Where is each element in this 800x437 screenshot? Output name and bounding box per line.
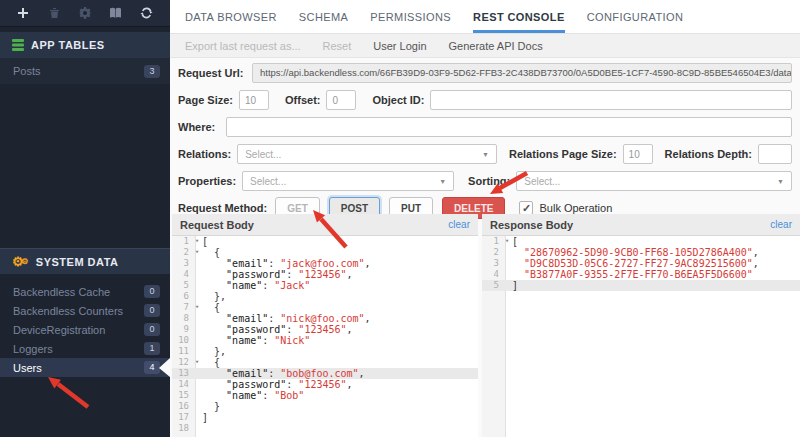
chevron-down-icon: ▼ bbox=[439, 178, 446, 185]
gear-icon[interactable] bbox=[78, 6, 92, 20]
system-data-title: SYSTEM DATA bbox=[36, 256, 119, 268]
code-line[interactable]: 3 "D9C8D53D-05C6-2727-FF27-9AC892515600"… bbox=[482, 258, 800, 269]
action-toolbar: Export last request as...ResetUser Login… bbox=[170, 34, 800, 58]
tab-rest-console[interactable]: REST CONSOLE bbox=[473, 0, 565, 33]
trash-icon[interactable] bbox=[47, 6, 61, 20]
offset-input[interactable] bbox=[326, 90, 356, 110]
tab-bar: DATA BROWSERSCHEMAPERMISSIONSREST CONSOL… bbox=[170, 0, 800, 34]
code-line[interactable]: 2▾ { bbox=[172, 247, 478, 258]
response-body-clear-link[interactable]: clear bbox=[770, 219, 792, 230]
code-line[interactable]: 7▾ { bbox=[172, 302, 478, 313]
sorting-label: Sorting: bbox=[468, 175, 510, 187]
code-line[interactable]: 11 }, bbox=[172, 346, 478, 357]
book-icon[interactable] bbox=[109, 6, 123, 20]
code-line[interactable]: 5] bbox=[482, 280, 800, 291]
code-line[interactable]: 10 "name": "Nick" bbox=[172, 335, 478, 346]
sorting-select[interactable]: Select... ▼ bbox=[516, 171, 792, 191]
refresh-icon[interactable] bbox=[140, 6, 154, 20]
tab-schema[interactable]: SCHEMA bbox=[299, 0, 348, 33]
request-body-clear-link[interactable]: clear bbox=[448, 219, 470, 230]
bulk-operation-label: Bulk Operation bbox=[539, 202, 612, 214]
code-text: ] bbox=[202, 412, 208, 423]
code-line[interactable]: 6 }, bbox=[172, 291, 478, 302]
code-line[interactable]: 1▾[ bbox=[482, 236, 800, 247]
fold-gutter bbox=[192, 390, 202, 401]
sidebar-item-backendless-counters[interactable]: Backendless Counters0 bbox=[0, 301, 170, 320]
sidebar-item-deviceregistration[interactable]: DeviceRegistration0 bbox=[0, 320, 170, 339]
sidebar-item-label: Backendless Counters bbox=[13, 305, 123, 317]
sidebar-item-users[interactable]: Users4 bbox=[0, 358, 170, 377]
toolbar-generate-api-docs[interactable]: Generate API Docs bbox=[449, 40, 543, 52]
toolbar-user-login[interactable]: User Login bbox=[373, 40, 426, 52]
relations-page-size-label: Relations Page Size: bbox=[509, 148, 617, 160]
fold-arrow-icon[interactable]: ▾ bbox=[502, 236, 512, 247]
object-id-label: Object ID: bbox=[372, 94, 424, 106]
relations-select[interactable]: Select... ▼ bbox=[237, 144, 497, 164]
toolbar-reset: Reset bbox=[323, 40, 352, 52]
code-line[interactable]: 1▾[ bbox=[172, 236, 478, 247]
code-line[interactable]: 4 "B3877A0F-9355-2F7E-FF70-B6EA5F5D6600" bbox=[482, 269, 800, 280]
code-text: "email": "jack@foo.com", bbox=[202, 258, 371, 269]
code-line[interactable]: 2 "28670962-5D90-9CB0-FF68-105D2786A400"… bbox=[482, 247, 800, 258]
tab-configuration[interactable]: CONFIGURATION bbox=[587, 0, 684, 33]
fold-gutter bbox=[192, 412, 202, 423]
code-text: "email": "bob@foo.com", bbox=[202, 368, 365, 379]
code-text: "28670962-5D90-9CB0-FF68-105D2786A400", bbox=[512, 247, 759, 258]
code-text: "email": "nick@foo.com", bbox=[202, 313, 371, 324]
where-input[interactable] bbox=[226, 117, 792, 137]
line-number: 14 bbox=[172, 379, 192, 390]
add-icon[interactable] bbox=[16, 6, 30, 20]
code-text: [ bbox=[202, 236, 208, 247]
sidebar-item-posts[interactable]: Posts3 bbox=[0, 58, 170, 84]
object-id-input[interactable] bbox=[430, 90, 792, 110]
request-body-title: Request Body bbox=[180, 219, 254, 231]
count-badge: 0 bbox=[144, 285, 160, 298]
code-line[interactable]: 3 "email": "jack@foo.com", bbox=[172, 258, 478, 269]
count-badge: 1 bbox=[144, 342, 160, 355]
fold-gutter bbox=[192, 368, 202, 379]
code-line[interactable]: 5 "name": "Jack" bbox=[172, 280, 478, 291]
response-body-editor[interactable]: 1▾[2 "28670962-5D90-9CB0-FF68-105D2786A4… bbox=[482, 236, 800, 437]
tab-data-browser[interactable]: DATA BROWSER bbox=[185, 0, 277, 33]
fold-gutter bbox=[192, 423, 202, 434]
request-body-editor[interactable]: 1▾[2▾ {3 "email": "jack@foo.com",4 "pass… bbox=[172, 236, 478, 437]
count-badge: 3 bbox=[144, 65, 160, 78]
code-line[interactable]: 17] bbox=[172, 412, 478, 423]
fold-arrow-icon[interactable]: ▾ bbox=[192, 247, 202, 258]
page-size-input[interactable] bbox=[239, 90, 269, 110]
code-line[interactable]: 9 "password": "123456", bbox=[172, 324, 478, 335]
code-text: } bbox=[202, 401, 220, 412]
system-data-icon: ⚙⚙ bbox=[12, 257, 29, 267]
properties-select[interactable]: Select... ▼ bbox=[242, 171, 454, 191]
fold-arrow-icon[interactable]: ▾ bbox=[192, 236, 202, 247]
tab-permissions[interactable]: PERMISSIONS bbox=[370, 0, 451, 33]
sidebar-item-backendless-cache[interactable]: Backendless Cache0 bbox=[0, 282, 170, 301]
code-line[interactable]: 18 bbox=[172, 423, 478, 434]
fold-gutter bbox=[192, 291, 202, 302]
code-line[interactable]: 15 "name": "Bob" bbox=[172, 390, 478, 401]
sidebar-item-loggers[interactable]: Loggers1 bbox=[0, 339, 170, 358]
fold-gutter bbox=[192, 269, 202, 280]
code-line[interactable]: 13 "email": "bob@foo.com", bbox=[172, 368, 478, 379]
line-number: 10 bbox=[172, 335, 192, 346]
relations-page-size-input[interactable] bbox=[623, 144, 653, 164]
code-line[interactable]: 12▾ { bbox=[172, 357, 478, 368]
relations-depth-input[interactable] bbox=[758, 144, 792, 164]
code-text: { bbox=[202, 357, 220, 368]
code-line[interactable]: 14 "password": "123456", bbox=[172, 379, 478, 390]
bulk-operation-checkbox[interactable]: ✓ bbox=[519, 201, 533, 215]
offset-label: Offset: bbox=[285, 94, 320, 106]
line-number: 11 bbox=[172, 346, 192, 357]
code-line[interactable]: 4 "password": "123456", bbox=[172, 269, 478, 280]
line-number: 8 bbox=[172, 313, 192, 324]
sidebar: APP TABLES Posts3 ⚙⚙ SYSTEM DATA Backend… bbox=[0, 0, 170, 437]
fold-arrow-icon[interactable]: ▾ bbox=[192, 302, 202, 313]
line-number: 6 bbox=[172, 291, 192, 302]
request-url-label: Request Url: bbox=[178, 67, 246, 79]
code-line[interactable]: 16 } bbox=[172, 401, 478, 412]
sidebar-item-label: Loggers bbox=[13, 343, 53, 355]
fold-arrow-icon[interactable]: ▾ bbox=[192, 357, 202, 368]
code-line[interactable]: 8 "email": "nick@foo.com", bbox=[172, 313, 478, 324]
code-text: "password": "123456", bbox=[202, 324, 353, 335]
request-body-panel: Request Body clear 1▾[2▾ {3 "email": "ja… bbox=[172, 214, 478, 437]
